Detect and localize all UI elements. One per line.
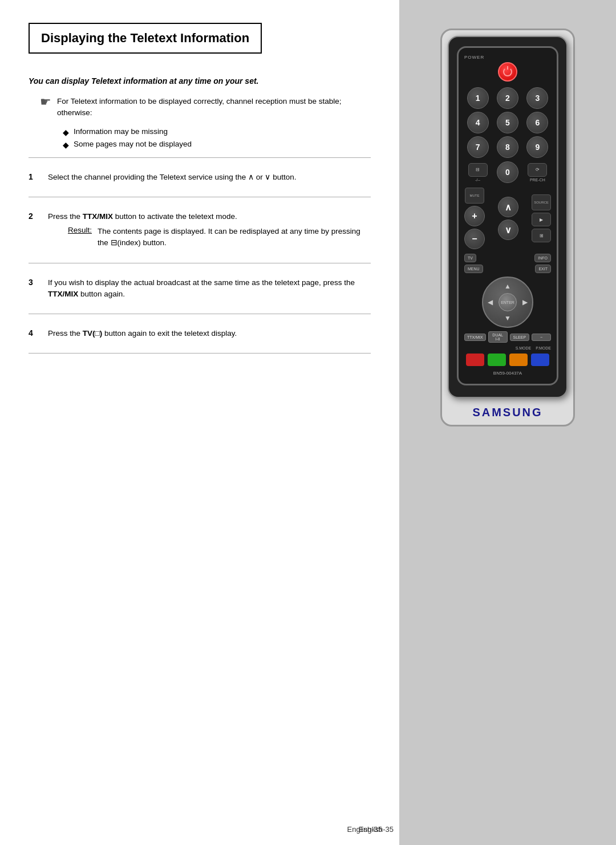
color-buttons <box>464 354 551 366</box>
menu-info-row: TV INFO <box>464 254 551 262</box>
mute-label: MUTE <box>470 194 480 197</box>
button-2[interactable]: 2 <box>497 87 518 109</box>
bullet-item-2: ◆ Some pages may not be displayed <box>63 140 371 149</box>
page-title: Displaying the Teletext Information <box>41 31 249 45</box>
extra-btn-2[interactable]: ⊞ <box>532 229 551 242</box>
divider-2 <box>29 197 371 197</box>
result-text: The contents page is displayed. It can b… <box>98 226 371 249</box>
nav-right-arrow: ▶ <box>522 298 528 306</box>
green-button[interactable] <box>488 354 506 366</box>
subtitle: You can display Teletext information at … <box>29 76 371 86</box>
divider-1 <box>29 157 371 158</box>
prech-button[interactable]: ⟳ <box>528 163 547 177</box>
power-label: POWER <box>464 55 551 60</box>
number-grid: 1 2 3 4 5 6 7 8 9 <box>464 87 551 158</box>
enter-button[interactable]: ENTER <box>499 293 517 311</box>
bullet-list: ◆ Information may be missing ◆ Some page… <box>29 127 371 149</box>
step-num-3: 3 <box>29 278 39 287</box>
button-7[interactable]: 7 <box>467 136 489 158</box>
button-4[interactable]: 4 <box>467 112 489 133</box>
tv-button[interactable]: TV <box>464 254 476 262</box>
special-row: ⊟ -/-- 0 ⟳ PRE-CH <box>464 161 551 183</box>
divider-4 <box>29 314 371 314</box>
button-5[interactable]: 5 <box>497 112 518 133</box>
divider-5 <box>29 353 371 354</box>
title-box: Displaying the Teletext Information <box>29 23 262 54</box>
step-text-4: Press the TV(□) button again to exit the… <box>48 328 237 339</box>
step-row-1: 1 Select the channel providing the Telet… <box>29 166 371 189</box>
middle-btns: ∧ ∨ <box>498 197 518 240</box>
button-9[interactable]: 9 <box>526 136 548 158</box>
source-label: SOURCE <box>534 201 549 204</box>
menu-label: MENU <box>468 267 480 271</box>
step-num-1: 1 <box>29 172 39 181</box>
main-content: Displaying the Teletext Information You … <box>0 0 399 845</box>
right-panel: POWER 1 2 3 4 5 6 7 8 9 <box>399 0 616 845</box>
vol-up-button[interactable]: + <box>464 206 485 226</box>
info-button[interactable]: INFO <box>534 254 551 262</box>
sleep-label: SLEEP <box>513 335 526 339</box>
step-text-3: If you wish to display the actual broadc… <box>48 277 371 300</box>
remote-border: POWER 1 2 3 4 5 6 7 8 9 <box>457 46 558 385</box>
dash-button[interactable]: ⊟ <box>468 163 488 177</box>
enter-label: ENTER <box>501 300 514 304</box>
step-row-4: 4 Press the TV(□) button again to exit t… <box>29 322 371 345</box>
result-row: Result: The contents page is displayed. … <box>48 226 371 249</box>
button-0[interactable]: 0 <box>497 161 518 183</box>
bullet-item-1: ◆ Information may be missing <box>63 127 371 137</box>
tv-label: TV <box>468 256 473 260</box>
info-label: INFO <box>538 256 548 260</box>
minus-button[interactable]: − <box>532 334 551 341</box>
diamond-icon-2: ◆ <box>63 140 69 149</box>
step-row-2: 2 Press the TTX/MIX button to activate t… <box>29 205 371 255</box>
result-label: Result: <box>68 226 92 234</box>
step-text-1: Select the channel providing the Teletex… <box>48 172 297 183</box>
step-row-3: 3 If you wish to display the actual broa… <box>29 271 371 306</box>
diamond-icon-1: ◆ <box>63 128 69 137</box>
hand-icon: ☛ <box>40 95 51 109</box>
menu-exit-row: MENU EXIT <box>464 265 551 273</box>
power-icon <box>503 67 512 76</box>
step-num-4: 4 <box>29 328 39 338</box>
prech-label: PRE-CH <box>530 178 545 182</box>
extra-btn-1[interactable]: ▶ <box>532 213 551 226</box>
vol-down-button[interactable]: − <box>464 229 485 249</box>
pmode-label: P.MODE <box>536 346 551 350</box>
ch-down-button[interactable]: ∨ <box>498 220 518 240</box>
exit-label: EXIT <box>538 267 548 271</box>
source-button[interactable]: SOURCE <box>532 194 551 210</box>
step-num-2: 2 <box>29 212 39 221</box>
bullet-text-2: Some pages may not be displayed <box>74 140 192 148</box>
blue-button[interactable] <box>531 354 549 366</box>
sleep-button[interactable]: SLEEP <box>510 334 529 341</box>
mute-button[interactable]: MUTE <box>465 188 484 204</box>
divider-3 <box>29 263 371 263</box>
note-block: ☛ For Teletext information to be display… <box>29 96 371 119</box>
ttx-label: TTX/MIX <box>467 335 483 339</box>
dual-button[interactable]: DUAL I-II <box>488 331 508 343</box>
dash-label: -/-- <box>475 178 480 182</box>
button-6[interactable]: 6 <box>526 112 548 133</box>
smode-label: S.MODE <box>516 346 532 350</box>
red-button[interactable] <box>466 354 484 366</box>
exit-button[interactable]: EXIT <box>535 265 551 273</box>
button-8[interactable]: 8 <box>497 136 518 158</box>
dual-label: DUAL I-II <box>492 333 503 341</box>
nav-down-arrow: ▼ <box>504 314 511 322</box>
nav-up-arrow: ▲ <box>504 282 511 290</box>
power-button[interactable] <box>498 62 517 82</box>
ttx-button[interactable]: TTX/MIX <box>464 334 486 341</box>
step-text-2: Press the TTX/MIX button to activate the… <box>48 212 237 221</box>
button-1[interactable]: 1 <box>467 87 489 109</box>
bullet-text-1: Information may be missing <box>74 127 168 136</box>
button-3[interactable]: 3 <box>526 87 548 109</box>
note-text: For Teletext information to be displayed… <box>57 96 371 119</box>
orange-button[interactable] <box>509 354 528 366</box>
vol-ch-section: MUTE + − ∧ ∨ SOURCE <box>464 188 551 249</box>
nav-circle[interactable]: ▲ ▼ ◀ ▶ ENTER <box>482 277 533 328</box>
ch-up-button[interactable]: ∧ <box>498 197 518 217</box>
page-number: English-35 <box>359 825 394 834</box>
menu-button[interactable]: MENU <box>464 265 483 273</box>
remote-control: POWER 1 2 3 4 5 6 7 8 9 <box>448 36 568 398</box>
samsung-logo: SAMSUNG <box>448 406 568 419</box>
